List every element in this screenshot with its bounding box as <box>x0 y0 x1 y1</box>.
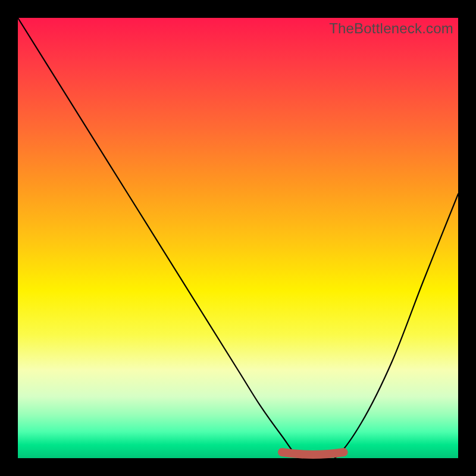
chart-frame: TheBottleneck.com <box>0 0 476 476</box>
optimal-range-marker <box>282 452 344 455</box>
chart-svg <box>18 18 458 458</box>
plot-area: TheBottleneck.com <box>18 18 458 458</box>
bottleneck-curve <box>18 18 458 461</box>
